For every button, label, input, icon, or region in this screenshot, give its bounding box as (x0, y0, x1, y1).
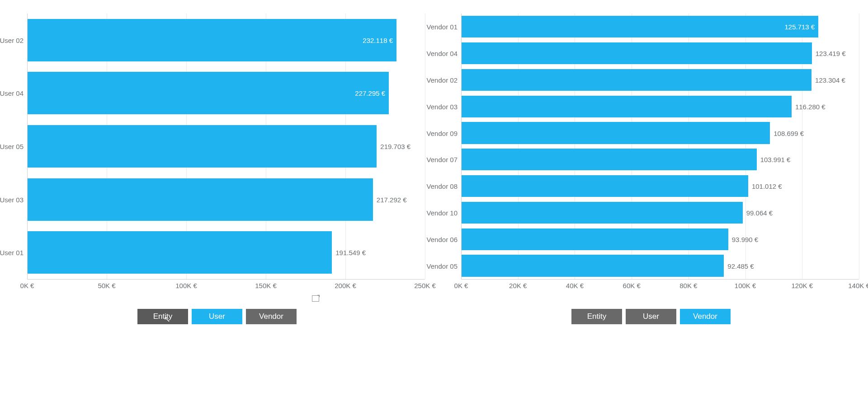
bar-row[interactable]: Vendor 08101.012 € (461, 175, 859, 197)
x-tick-label: 200K € (335, 282, 356, 289)
bars: User 02232.118 €User 04227.295 €User 052… (27, 14, 425, 279)
category-label: Vendor 04 (427, 50, 458, 57)
slicer-button-entity[interactable]: Entity (571, 309, 622, 324)
category-label: Vendor 03 (427, 103, 458, 110)
gridline (859, 14, 859, 279)
value-label: 116.280 € (795, 103, 826, 110)
axis-x (461, 279, 859, 280)
slicer-button-vendor[interactable]: Vendor (680, 309, 731, 324)
value-label: 93.990 € (732, 235, 758, 243)
panel-vendor: Vendor 01125.713 €Vendor 04123.419 €Vend… (434, 0, 868, 401)
category-label: User 05 (0, 142, 24, 150)
bar-row[interactable]: Vendor 09108.699 € (461, 122, 859, 144)
category-label: Vendor 05 (427, 262, 458, 270)
category-label: Vendor 07 (427, 156, 458, 163)
gridline (425, 14, 425, 279)
x-tick-label: 40K € (566, 282, 584, 289)
bar-row[interactable]: Vendor 03116.280 € (461, 96, 859, 117)
bar[interactable] (462, 122, 770, 144)
panel-inner: Vendor 01125.713 €Vendor 04123.419 €Vend… (434, 0, 868, 401)
category-label: Vendor 08 (427, 182, 458, 190)
category-label: Vendor 02 (427, 76, 458, 84)
x-tick-label: 0K € (454, 282, 468, 289)
chart-vendor[interactable]: Vendor 01125.713 €Vendor 04123.419 €Vend… (434, 0, 868, 401)
category-label: User 02 (0, 36, 24, 44)
x-tick-label: 100K € (735, 282, 756, 289)
x-tick-label: 120K € (792, 282, 813, 289)
slicer-user-vendor-entity: EntityUserVendor (571, 309, 731, 324)
bar-row[interactable]: User 04227.295 € (27, 72, 425, 114)
bar[interactable] (28, 125, 377, 168)
bar[interactable] (28, 19, 396, 61)
x-tick-label: 100K € (175, 282, 197, 289)
focus-mode-icon[interactable] (312, 295, 319, 302)
page: User 02232.118 €User 04227.295 €User 052… (0, 0, 868, 401)
slicer-button-vendor[interactable]: Vendor (246, 309, 297, 324)
bar[interactable] (28, 72, 389, 114)
value-label: 99.064 € (746, 209, 773, 216)
bar[interactable] (462, 16, 818, 37)
bar-row[interactable]: User 01191.549 € (27, 231, 425, 274)
cursor-icon: ↖ (164, 314, 170, 324)
bar-row[interactable]: User 03217.292 € (27, 178, 425, 221)
category-label: User 03 (0, 196, 24, 203)
x-ticks: 0K €20K €40K €60K €80K €100K €120K €140K… (461, 282, 859, 293)
bar-row[interactable]: Vendor 0592.485 € (461, 255, 859, 276)
x-tick-label: 0K € (20, 282, 34, 289)
value-label: 219.703 € (380, 142, 410, 150)
value-label: 92.485 € (727, 262, 754, 270)
slicer-user-vendor-entity: Entity↖UserVendor (137, 309, 297, 324)
bar-row[interactable]: Vendor 0693.990 € (461, 228, 859, 250)
x-tick-label: 250K € (414, 282, 436, 289)
slicer-button-user[interactable]: User (192, 309, 242, 324)
slicer-button-entity[interactable]: Entity↖ (137, 309, 188, 324)
bar-row[interactable]: User 05219.703 € (27, 125, 425, 168)
bar[interactable] (28, 178, 373, 221)
value-label: 123.419 € (816, 50, 846, 57)
x-tick-label: 50K € (98, 282, 115, 289)
bar-row[interactable]: Vendor 01125.713 € (461, 16, 859, 37)
bar-row[interactable]: Vendor 1099.064 € (461, 202, 859, 224)
bar-row[interactable]: Vendor 07103.991 € (461, 149, 859, 170)
x-tick-label: 60K € (623, 282, 641, 289)
panel-user: User 02232.118 €User 04227.295 €User 052… (0, 0, 434, 401)
bar[interactable] (462, 42, 812, 64)
value-label: 101.012 € (752, 182, 782, 190)
value-label: 108.699 € (774, 129, 804, 137)
category-label: Vendor 01 (427, 23, 458, 31)
bar[interactable] (28, 231, 332, 274)
category-label: User 01 (0, 249, 24, 256)
bar[interactable] (462, 255, 724, 276)
value-label: 103.991 € (760, 156, 791, 163)
x-tick-label: 140K € (848, 282, 868, 289)
slicer-button-user[interactable]: User (626, 309, 676, 324)
bars: Vendor 01125.713 €Vendor 04123.419 €Vend… (461, 14, 859, 279)
bar-row[interactable]: Vendor 02123.304 € (461, 69, 859, 91)
bar[interactable] (462, 175, 748, 197)
value-label: 217.292 € (377, 196, 407, 203)
x-ticks: 0K €50K €100K €150K €200K €250K € (27, 282, 425, 293)
bar-row[interactable]: Vendor 04123.419 € (461, 42, 859, 64)
panel-inner: User 02232.118 €User 04227.295 €User 052… (0, 0, 434, 401)
plot-area: Vendor 01125.713 €Vendor 04123.419 €Vend… (461, 14, 859, 279)
bar-row[interactable]: User 02232.118 € (27, 19, 425, 61)
axis-x (27, 279, 425, 280)
category-label: Vendor 10 (427, 209, 458, 216)
value-label: 191.549 € (335, 249, 366, 256)
category-label: Vendor 06 (427, 235, 458, 243)
plot-area: User 02232.118 €User 04227.295 €User 052… (27, 14, 425, 279)
bar[interactable] (462, 228, 728, 250)
x-tick-label: 80K € (679, 282, 697, 289)
x-tick-label: 20K € (509, 282, 527, 289)
bar[interactable] (462, 202, 743, 224)
bar[interactable] (462, 96, 792, 117)
category-label: User 04 (0, 89, 24, 97)
chart-user[interactable]: User 02232.118 €User 04227.295 €User 052… (0, 0, 434, 401)
x-tick-label: 150K € (255, 282, 277, 289)
bar[interactable] (462, 149, 757, 170)
category-label: Vendor 09 (427, 129, 458, 137)
value-label: 123.304 € (815, 76, 845, 84)
bar[interactable] (462, 69, 811, 91)
